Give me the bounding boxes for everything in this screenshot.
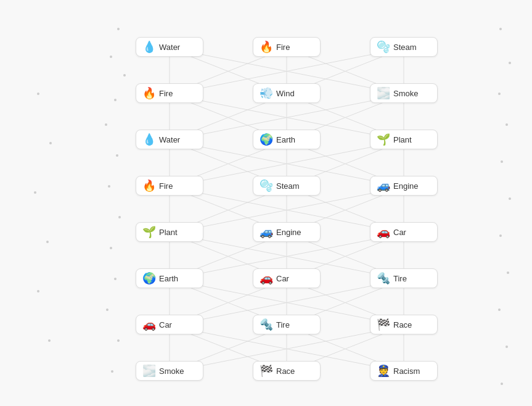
earth-icon: 🌍 <box>142 273 156 284</box>
element-card-earth[interactable]: 🌍Earth <box>136 268 203 288</box>
element-card-water[interactable]: 💧Water <box>136 37 203 57</box>
car-icon: 🚗 <box>377 226 390 238</box>
element-card-racism[interactable]: 👮Racism <box>370 361 438 381</box>
element-label: Earth <box>276 135 295 144</box>
fire-icon: 🔥 <box>260 41 273 52</box>
element-card-steam[interactable]: 🫧Steam <box>253 176 321 196</box>
element-label: Tire <box>393 274 407 283</box>
element-card-fire[interactable]: 🔥Fire <box>136 176 203 196</box>
dot <box>116 154 118 157</box>
element-card-engine[interactable]: 🚙Engine <box>370 176 438 196</box>
element-card-race[interactable]: 🏁Race <box>253 361 321 381</box>
element-label: Smoke <box>159 367 184 376</box>
element-card-plant[interactable]: 🌱Plant <box>370 130 438 149</box>
dot <box>118 216 121 218</box>
engine-icon: 🚙 <box>377 180 390 191</box>
water-icon: 💧 <box>142 41 156 52</box>
dot <box>46 241 49 243</box>
element-grid: 💧Water🔥Fire🫧Steam🔥Fire💨Wind🌫️Smoke💧Water… <box>123 31 512 395</box>
element-label: Racism <box>393 367 420 376</box>
element-card-tire[interactable]: 🔩Tire <box>253 315 321 334</box>
element-label: Earth <box>159 274 178 283</box>
element-label: Water <box>159 43 180 52</box>
dot <box>499 28 502 30</box>
dot <box>111 370 113 373</box>
element-label: Fire <box>159 181 173 191</box>
race-icon: 🏁 <box>260 365 273 376</box>
element-card-smoke[interactable]: 🌫️Smoke <box>370 83 438 103</box>
smoke-icon: 🌫️ <box>377 88 390 99</box>
dot <box>49 142 52 144</box>
element-card-car[interactable]: 🚗Car <box>370 222 438 242</box>
element-card-tire[interactable]: 🔩Tire <box>370 268 438 288</box>
steam-icon: 🫧 <box>377 41 390 52</box>
element-label: Car <box>276 274 289 283</box>
dot <box>117 28 120 30</box>
water-icon: 💧 <box>142 134 156 145</box>
smoke-icon: 🌫️ <box>142 365 156 376</box>
element-label: Plant <box>393 135 412 144</box>
fire-icon: 🔥 <box>142 88 156 99</box>
tire-icon: 🔩 <box>377 273 390 284</box>
element-label: Race <box>393 320 412 329</box>
element-card-wind[interactable]: 💨Wind <box>253 83 321 103</box>
element-label: Smoke <box>393 89 418 98</box>
element-label: Water <box>159 135 180 144</box>
tire-icon: 🔩 <box>260 319 273 330</box>
wind-icon: 💨 <box>260 88 273 99</box>
element-card-earth[interactable]: 🌍Earth <box>253 130 321 149</box>
engine-icon: 🚙 <box>260 226 273 238</box>
element-label: Engine <box>393 181 418 191</box>
element-label: Fire <box>276 43 290 52</box>
element-card-fire[interactable]: 🔥Fire <box>136 83 203 103</box>
element-card-car[interactable]: 🚗Car <box>253 268 321 288</box>
element-label: Engine <box>276 228 301 237</box>
dot <box>110 247 112 249</box>
element-card-engine[interactable]: 🚙Engine <box>253 222 321 242</box>
dot <box>106 309 108 311</box>
element-card-plant[interactable]: 🌱Plant <box>136 222 203 242</box>
plant-icon: 🌱 <box>142 226 156 238</box>
dot <box>108 185 110 188</box>
dot <box>37 290 39 292</box>
element-label: Wind <box>276 89 295 98</box>
dot <box>114 99 117 101</box>
dot <box>105 123 107 126</box>
dot <box>117 339 120 342</box>
car-icon: 🚗 <box>260 273 273 284</box>
element-label: Steam <box>276 181 300 191</box>
element-card-fire[interactable]: 🔥Fire <box>253 37 321 57</box>
element-label: Tire <box>276 320 290 329</box>
dot <box>114 278 117 280</box>
dot <box>110 56 112 58</box>
element-card-car[interactable]: 🚗Car <box>136 315 203 334</box>
element-label: Car <box>393 228 406 237</box>
element-label: Car <box>159 320 172 329</box>
element-card-smoke[interactable]: 🌫️Smoke <box>136 361 203 381</box>
steam-icon: 🫧 <box>260 180 273 191</box>
dot <box>37 93 39 95</box>
dot <box>48 339 51 342</box>
race-icon: 🏁 <box>377 319 390 330</box>
element-label: Race <box>276 367 295 376</box>
racism-icon: 👮 <box>377 365 390 376</box>
element-card-steam[interactable]: 🫧Steam <box>370 37 438 57</box>
plant-icon: 🌱 <box>377 134 390 145</box>
car-icon: 🚗 <box>142 319 156 330</box>
fire-icon: 🔥 <box>142 180 156 191</box>
element-label: Steam <box>393 43 417 52</box>
earth-icon: 🌍 <box>260 134 273 145</box>
element-label: Plant <box>159 228 178 237</box>
element-card-race[interactable]: 🏁Race <box>370 315 438 334</box>
dot <box>34 191 36 194</box>
element-label: Fire <box>159 89 173 98</box>
element-card-water[interactable]: 💧Water <box>136 130 203 149</box>
